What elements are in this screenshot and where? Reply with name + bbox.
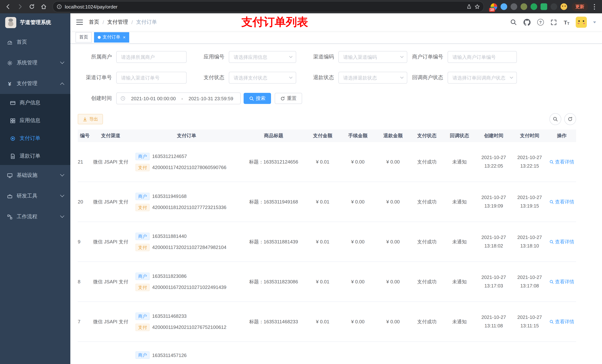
breadcrumb-separator: / [131, 19, 133, 25]
github-icon[interactable] [523, 19, 531, 26]
sidebar-item-app-info[interactable]: 应用信息 [0, 112, 70, 129]
refresh-table-button[interactable] [564, 113, 576, 125]
pay-status-select[interactable] [229, 72, 296, 83]
extension-puzzle-icon[interactable]: 10 [491, 3, 497, 10]
extension-chat-icon[interactable] [540, 3, 547, 10]
site-info-icon[interactable] [57, 4, 62, 9]
cell-pay-status: 支付成功 [411, 318, 443, 325]
pay-tag: 支付 [136, 204, 150, 211]
breadcrumb-home[interactable]: 首页 [89, 19, 99, 26]
extension-olive-icon[interactable] [521, 3, 527, 10]
sidebar-item-refund-order[interactable]: 退款订单 [0, 147, 70, 165]
filter-label: 创建时间 [78, 95, 116, 102]
user-avatar[interactable] [576, 17, 587, 28]
view-detail-link[interactable]: 查看详情 [549, 239, 574, 245]
table-body: 21 微信 JSAPI 支付 商户 1635312124657 支付 42000… [78, 142, 576, 342]
url-text[interactable]: localhost:1024/pay/order [65, 4, 463, 10]
breadcrumb-section[interactable]: 支付管理 [107, 19, 128, 26]
extension-drop-icon[interactable] [501, 3, 507, 10]
table-row: 21 微信 JSAPI 支付 商户 1635312124657 支付 42000… [78, 142, 576, 182]
cell-notify-status: 未通知 [443, 318, 476, 325]
view-detail-link[interactable]: 查看详情 [549, 318, 574, 325]
refund-status-select[interactable] [338, 72, 407, 83]
back-icon[interactable] [3, 1, 13, 12]
browser-update-button[interactable]: 更新 [572, 2, 588, 11]
tab-home[interactable]: 首页 [75, 32, 92, 42]
pay-order-no: 4200001174202110278060590766 [152, 165, 226, 170]
search-button-label: 搜索 [256, 95, 266, 102]
cell-action: 查看详情 [548, 158, 576, 165]
toggle-search-button[interactable] [549, 113, 561, 125]
search-icon [549, 319, 554, 324]
chevron-up-icon [60, 83, 64, 87]
forward-icon[interactable] [15, 1, 25, 12]
notify-status-select[interactable] [448, 72, 517, 83]
address-bar[interactable]: localhost:1024/pay/order [53, 1, 484, 12]
sidebar-item-system[interactable]: 系统管理 [0, 52, 70, 73]
chevron-down-icon [60, 60, 64, 64]
cell-pay-order: 商户 1635312124657 支付 42000011742021102780… [131, 153, 242, 171]
bookmark-star-icon[interactable] [475, 4, 480, 9]
chevron-down-icon [289, 55, 293, 59]
card-icon [10, 100, 16, 106]
date-start[interactable]: 2021-10-01 00:00:00 [128, 96, 179, 101]
fullscreen-icon[interactable] [550, 19, 557, 26]
grid-icon [10, 118, 16, 124]
search-icon[interactable] [510, 19, 517, 26]
cell-channel: 微信 JSAPI 支付 [90, 198, 131, 205]
extension-face-icon[interactable] [560, 3, 567, 10]
workflow-icon [7, 214, 13, 220]
filter-label: 渠道编码 [296, 54, 338, 60]
date-end[interactable]: 2021-10-31 23:59:59 [185, 96, 236, 101]
home-icon[interactable] [39, 1, 49, 12]
font-size-icon[interactable] [564, 19, 570, 25]
merchant-order-no-input[interactable] [448, 51, 517, 63]
extension-dark-icon[interactable] [511, 3, 517, 10]
sidebar-item-workflow[interactable]: 工作流程 [0, 207, 70, 227]
cell-fee: ¥ 0.00 [340, 319, 376, 324]
view-detail-link[interactable]: 查看详情 [549, 198, 574, 205]
sidebar-item-pay[interactable]: 支付管理 [0, 73, 70, 94]
cell-pay-order: 商户 1635311468233 支付 42000011942021102767… [131, 312, 242, 331]
tab-label: 首页 [79, 34, 88, 40]
column-header: 创建时间 [476, 132, 512, 139]
help-icon[interactable] [537, 19, 544, 26]
cell-fee: ¥ 0.00 [340, 159, 376, 165]
export-button[interactable]: 导出 [78, 114, 103, 124]
reload-icon[interactable] [27, 1, 37, 12]
sidebar-item-devtools[interactable]: 研发工具 [0, 186, 70, 207]
filter-label: 应用编号 [187, 54, 229, 60]
column-header: 回调状态 [443, 132, 476, 139]
sidebar-item-label: 支付订单 [20, 135, 40, 142]
table-row: 7 微信 JSAPI 支付 商户 1635311468233 支付 420000… [78, 302, 576, 342]
merchant-select[interactable] [116, 51, 187, 63]
hamburger-icon[interactable] [76, 20, 83, 25]
sidebar-item-pay-order[interactable]: 支付订单 [0, 129, 70, 147]
share-icon[interactable] [466, 4, 472, 9]
merchant-tag: 商户 [136, 232, 150, 240]
extension-green-icon[interactable] [531, 3, 537, 10]
app-id-select[interactable] [229, 51, 296, 63]
view-detail-link[interactable]: 查看详情 [549, 278, 574, 285]
channel-order-no-input[interactable] [116, 72, 187, 83]
channel-code-select[interactable] [338, 51, 407, 63]
browser-menu-icon[interactable] [591, 4, 598, 10]
cell-refund: ¥ 0.00 [376, 319, 411, 324]
sidebar-item-home[interactable]: 首页 [0, 32, 70, 52]
reset-button[interactable]: 重置 [275, 93, 302, 104]
create-time-range-picker[interactable]: 2021-10-01 00:00:00 - 2021-10-31 23:59:5… [116, 93, 241, 104]
cell-create-time: 2021-10-27 13:17:03 [476, 273, 512, 290]
search-button[interactable]: 搜索 [244, 93, 271, 104]
pay-order-no: 4200001173202110272847982104 [152, 245, 226, 250]
pay-order-no: 4200001181202110277723215336 [152, 205, 226, 210]
tab-pay-order[interactable]: 支付订单 × [94, 32, 129, 42]
view-detail-link[interactable]: 查看详情 [549, 158, 574, 165]
logo-avatar [5, 17, 16, 28]
sidebar-item-infra[interactable]: 基础设施 [0, 165, 70, 186]
screen: localhost:1024/pay/order 10 更新 [0, 0, 602, 364]
sidebar-item-label: 工作流程 [17, 213, 37, 220]
extension-pin-icon[interactable] [550, 3, 557, 10]
avatar-caret-icon[interactable] [593, 21, 596, 23]
close-icon[interactable]: × [123, 35, 126, 39]
sidebar-item-merchant-info[interactable]: 商户信息 [0, 94, 70, 112]
